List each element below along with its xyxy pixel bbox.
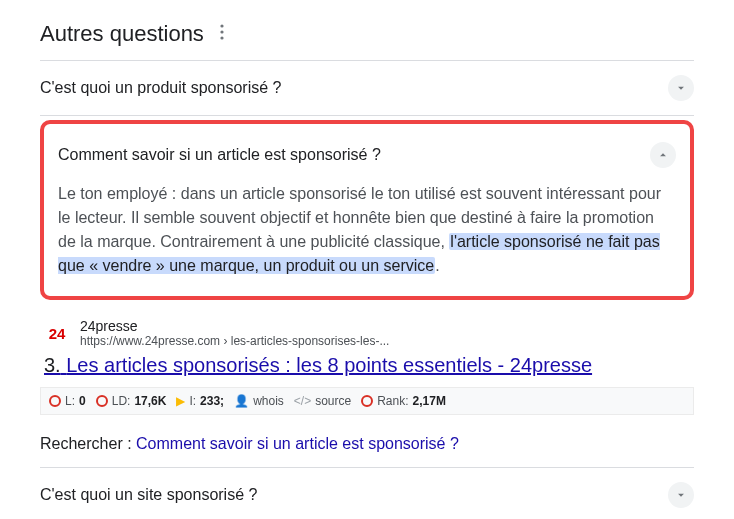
question-text: Comment savoir si un article est sponsor… bbox=[58, 146, 381, 164]
seo-i[interactable]: ▶I: 233; bbox=[176, 394, 224, 408]
search-for-label: Rechercher : bbox=[40, 435, 132, 452]
seo-ld[interactable]: LD: 17,6K bbox=[96, 394, 167, 408]
search-for-link[interactable]: Comment savoir si un article est sponsor… bbox=[136, 435, 459, 452]
svg-point-0 bbox=[220, 24, 223, 27]
result-title-text: Les articles sponsorisés : les 8 points … bbox=[66, 354, 592, 376]
question-row-collapsed[interactable]: C'est quoi un site sponsorisé ? bbox=[40, 468, 694, 519]
seo-l[interactable]: L: 0 bbox=[49, 394, 86, 408]
circle-icon bbox=[49, 395, 61, 407]
answer-text: Le ton employé : dans un article sponsor… bbox=[58, 182, 676, 278]
chevron-down-icon[interactable] bbox=[668, 75, 694, 101]
question-row-expanded[interactable]: Comment savoir si un article est sponsor… bbox=[58, 136, 676, 182]
expanded-question-box: Comment savoir si un article est sponsor… bbox=[40, 120, 694, 300]
seo-toolbar: L: 0 LD: 17,6K ▶I: 233; 👤whois </>source… bbox=[40, 387, 694, 415]
question-row-collapsed[interactable]: C'est quoi un produit sponsorisé ? bbox=[40, 61, 694, 115]
question-text: C'est quoi un site sponsorisé ? bbox=[40, 486, 257, 504]
result-number: 3. bbox=[44, 354, 61, 376]
more-options-icon[interactable] bbox=[216, 20, 228, 48]
person-icon: 👤 bbox=[234, 394, 249, 408]
chevron-down-icon[interactable] bbox=[668, 482, 694, 508]
seo-rank[interactable]: Rank: 2,17M bbox=[361, 394, 446, 408]
result-link[interactable]: 3. Les articles sponsorisés : les 8 poin… bbox=[40, 350, 694, 387]
seo-source[interactable]: </>source bbox=[294, 394, 351, 408]
source-row[interactable]: 24 24presse https://www.24presse.com › l… bbox=[44, 308, 694, 350]
code-icon: </> bbox=[294, 394, 311, 408]
section-title: Autres questions bbox=[40, 21, 204, 47]
source-url: https://www.24presse.com › les-articles-… bbox=[80, 334, 389, 348]
source-name: 24presse bbox=[80, 318, 389, 334]
svg-point-1 bbox=[220, 30, 223, 33]
chevron-up-icon[interactable] bbox=[650, 142, 676, 168]
search-for-row: Rechercher : Comment savoir si un articl… bbox=[40, 429, 694, 467]
question-text: C'est quoi un produit sponsorisé ? bbox=[40, 79, 281, 97]
bing-icon: ▶ bbox=[176, 394, 185, 408]
circle-icon bbox=[361, 395, 373, 407]
answer-part2: . bbox=[435, 257, 439, 274]
circle-icon bbox=[96, 395, 108, 407]
seo-whois[interactable]: 👤whois bbox=[234, 394, 284, 408]
divider bbox=[40, 115, 694, 116]
source-favicon: 24 bbox=[44, 320, 70, 346]
svg-point-2 bbox=[220, 36, 223, 39]
